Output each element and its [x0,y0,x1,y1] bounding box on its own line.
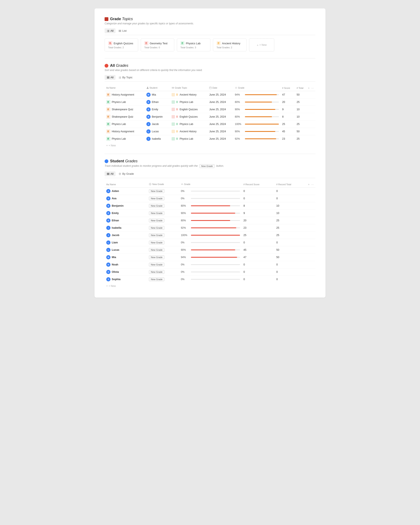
student-name-text: Ava [112,197,116,200]
all-grades-tbody: History Assignment MMiaAncient HistoryJu… [105,91,315,143]
new-grade-button[interactable]: New Grade [149,277,164,281]
student-name: Jacob [152,123,159,126]
topic-doc-icon [176,94,178,96]
record-total-cell: 10 [275,202,315,210]
student-more-icon[interactable]: ··· [311,183,314,186]
assignment-text: Physics Lab [112,101,126,103]
table-row: Physics Lab IIsabellaPhysics LabJune 25,… [105,135,315,143]
sth-grade: Grade [179,181,242,188]
svg-rect-27 [107,173,109,173]
new-grade-button[interactable]: New Grade [149,248,164,252]
topic-dot [172,108,175,111]
add-new-grade-row[interactable]: + + New [105,142,315,147]
table-row: IIsabellaNew Grade92%2325 [105,224,315,232]
topic-name: English Quizzes [179,108,198,111]
new-grade-button[interactable]: New Grade [149,270,164,274]
student-plus-icon[interactable]: + [308,183,309,186]
new-grade-button[interactable]: New Grade [149,263,164,266]
svg-rect-29 [107,174,109,175]
topic-dot [172,122,175,126]
assignment-text: History Assignment [112,130,134,133]
plus-col-icon[interactable]: + [308,86,309,90]
all-grades-toggle-all[interactable]: All [105,75,115,80]
ancient-history-count: Total Grades: 2 [216,46,243,49]
student-name: Benjamin [152,115,163,118]
svg-rect-14 [176,94,178,96]
new-grade-button[interactable]: New Grade [149,255,164,259]
student-name-cell: JJacob [105,232,147,239]
topic-doc-icon [176,101,178,103]
topic-card-physics-lab[interactable]: Physics Lab Total Grades: 3 [177,38,210,51]
grade-topics-subtitle: Categorize and manage your grades by spe… [105,22,315,25]
topic-card-english-quizzes[interactable]: English Quizzes Total Grades: 2 [105,38,138,51]
student-name-cell: NNoah [105,261,147,268]
new-grade-button[interactable]: New Grade [149,189,164,193]
new-grade-cell: New Grade [147,268,179,276]
total-cell: 50 [295,128,315,135]
student-toggle-bygrade[interactable]: By Grade [116,171,136,176]
student-cell: EEthan [145,98,170,106]
topic-cell: Physics Lab [170,121,207,128]
student-toggle-all[interactable]: All [105,171,115,176]
assignment-name-cell: Shakespeare Quiz [105,106,145,113]
list-student-icon [107,172,110,175]
more-col-icon[interactable]: ··· [311,86,314,90]
new-grade-button[interactable]: New Grade [149,226,164,230]
total-cell: 25 [295,98,315,106]
topic-doc-icon [176,138,178,140]
svg-rect-2 [119,31,121,32]
lab-icon [181,42,184,45]
assignment-name-cell: Physics Lab [105,135,145,143]
assignment-text: Shakespeare Quiz [112,115,133,118]
add-new-topic-card[interactable]: + + New [249,38,274,51]
table-row: Physics Lab JJacobPhysics LabJune 25, 20… [105,121,315,128]
add-new-label: + New [109,144,116,147]
new-grade-cell: New Grade [147,254,179,261]
new-grade-button[interactable]: New Grade [149,204,164,208]
th-grade-topic: Grade Topic [170,85,207,91]
physics-lab-name: Physics Lab [186,42,201,45]
table-row: BBenjaminNew Grade80%810 [105,202,315,210]
table-row: History Assignment LLucasAncient History… [105,128,315,135]
date-cell: June 25, 2024 [207,106,233,113]
student-grades-header-row: Aa Name New Grade Grade [105,181,315,188]
geometry-test-icon [144,41,149,45]
new-grade-button[interactable]: New Grade [149,219,164,222]
record-total-cell: 0 [275,261,315,268]
assign-icon [106,137,111,141]
tag-all-icon [118,76,121,79]
new-grade-cell: New Grade [147,210,179,217]
all-grades-table: Aa Name Student Grade Topic [105,85,315,142]
history-icon [217,42,220,45]
new-grade-button[interactable]: New Grade [149,197,164,200]
col-actions: + ··· [308,86,314,90]
grade-bar-cell: 0% [179,188,242,195]
new-grade-button[interactable]: New Grade [149,241,164,244]
new-grade-button[interactable]: New Grade [149,211,164,215]
student-grades-title: Student Grades [110,159,138,163]
grade-bar-cell: 92% [233,135,280,143]
all-grades-toggle-bytopic[interactable]: By Topic [116,75,135,80]
th-score: # Score [280,85,295,91]
topic-card-geometry-test[interactable]: Geometry Test Total Grades: 0 [141,38,174,51]
toggle-list-btn[interactable]: List [116,28,129,33]
grade-bar-cell: 100% [233,121,280,128]
plus-icon: + [257,43,259,47]
record-total-cell: 50 [275,246,315,254]
new-grade-button[interactable]: New Grade [149,233,164,237]
svg-point-11 [147,87,148,88]
toggle-all-btn[interactable]: All [105,28,115,33]
table-row: AAvaNew Grade0%00 [105,195,315,202]
new-grade-cell: New Grade [147,217,179,224]
add-new-student-grade-row[interactable]: + + New [105,283,315,288]
geometry-icon [145,42,148,45]
topic-name: Ancient History [179,93,196,96]
record-score-cell: 0 [242,195,275,202]
student-avatar: L [146,129,150,133]
svg-rect-1 [119,31,121,31]
new-grade-cell: New Grade [147,188,179,195]
geometry-test-name: Geometry Test [150,42,167,45]
topic-card-ancient-history[interactable]: Ancient History Total Grades: 2 [213,38,247,51]
topic-dot [172,115,175,118]
record-total-cell: 0 [275,239,315,246]
